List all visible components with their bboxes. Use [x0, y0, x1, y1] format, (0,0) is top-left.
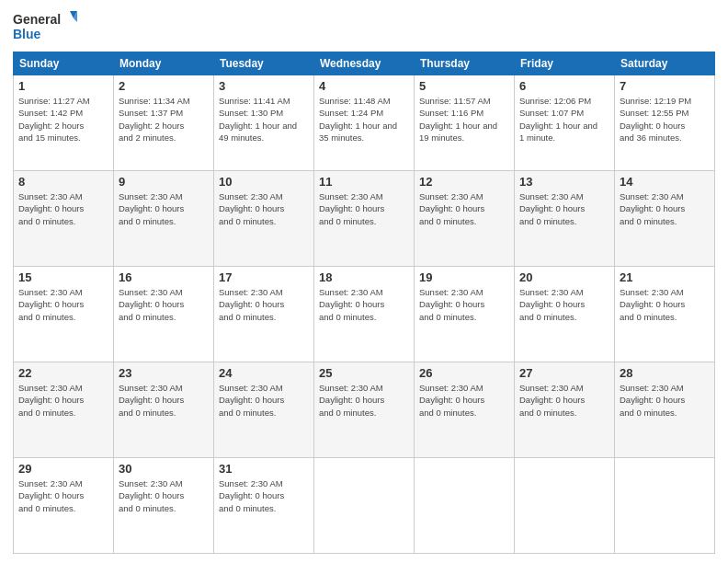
day-number: 18	[319, 270, 409, 284]
day-info: Sunset: 2:30 AMDaylight: 0 hoursand 0 mi…	[620, 382, 710, 419]
day-info: Sunset: 2:30 AMDaylight: 0 hoursand 0 mi…	[519, 286, 609, 323]
day-cell: 7Sunrise: 12:19 PMSunset: 12:55 PMDaylig…	[615, 75, 715, 171]
day-cell: 9Sunset: 2:30 AMDaylight: 0 hoursand 0 m…	[114, 171, 214, 267]
day-cell: 23Sunset: 2:30 AMDaylight: 0 hoursand 0 …	[114, 362, 214, 458]
col-tuesday: Tuesday	[214, 52, 314, 75]
day-info: Sunset: 2:30 AMDaylight: 0 hoursand 0 mi…	[219, 382, 309, 419]
day-number: 26	[419, 366, 509, 380]
day-cell: 12Sunset: 2:30 AMDaylight: 0 hoursand 0 …	[415, 171, 515, 267]
day-number: 4	[319, 79, 409, 93]
day-cell: 14Sunset: 2:30 AMDaylight: 0 hoursand 0 …	[615, 171, 715, 267]
col-wednesday: Wednesday	[314, 52, 415, 75]
day-number: 11	[319, 175, 409, 189]
day-cell: 5Sunrise: 11:57 AMSunset: 1:16 PMDayligh…	[415, 75, 515, 171]
day-info: Sunset: 2:30 AMDaylight: 0 hoursand 0 mi…	[119, 286, 209, 323]
day-info: Sunset: 2:30 AMDaylight: 0 hoursand 0 mi…	[119, 190, 209, 227]
day-number: 25	[319, 366, 409, 380]
day-cell: 10Sunset: 2:30 AMDaylight: 0 hoursand 0 …	[214, 171, 314, 267]
week-row-3: 15Sunset: 2:30 AMDaylight: 0 hoursand 0 …	[14, 267, 715, 362]
day-cell: 6Sunrise: 12:06 PMSunset: 1:07 PMDayligh…	[515, 75, 615, 171]
day-number: 17	[219, 270, 309, 284]
week-row-2: 8Sunset: 2:30 AMDaylight: 0 hoursand 0 m…	[14, 171, 715, 267]
day-number: 24	[219, 366, 309, 380]
day-number: 21	[620, 270, 710, 284]
day-cell: 18Sunset: 2:30 AMDaylight: 0 hoursand 0 …	[314, 267, 415, 362]
day-cell: 19Sunset: 2:30 AMDaylight: 0 hoursand 0 …	[415, 267, 515, 362]
logo-svg: General Blue	[13, 9, 77, 44]
day-info: Sunset: 2:30 AMDaylight: 0 hoursand 0 mi…	[119, 477, 209, 514]
day-info: Sunset: 2:30 AMDaylight: 0 hoursand 0 mi…	[419, 190, 509, 227]
day-info: Sunset: 2:30 AMDaylight: 0 hoursand 0 mi…	[419, 286, 509, 323]
day-number: 7	[620, 79, 710, 93]
day-info: Sunrise: 11:57 AMSunset: 1:16 PMDaylight…	[419, 95, 509, 144]
day-info: Sunset: 2:30 AMDaylight: 0 hoursand 0 mi…	[18, 190, 108, 227]
day-info: Sunset: 2:30 AMDaylight: 0 hoursand 0 mi…	[18, 382, 108, 419]
day-info: Sunset: 2:30 AMDaylight: 0 hoursand 0 mi…	[219, 286, 309, 323]
day-number: 13	[519, 175, 609, 189]
day-number: 8	[18, 175, 108, 189]
day-info: Sunset: 2:30 AMDaylight: 0 hoursand 0 mi…	[18, 477, 108, 514]
col-saturday: Saturday	[615, 52, 715, 75]
week-row-1: 1Sunrise: 11:27 AMSunset: 1:42 PMDayligh…	[14, 75, 715, 171]
day-number: 9	[119, 175, 209, 189]
week-row-4: 22Sunset: 2:30 AMDaylight: 0 hoursand 0 …	[14, 362, 715, 458]
day-cell: 16Sunset: 2:30 AMDaylight: 0 hoursand 0 …	[114, 267, 214, 362]
day-info: Sunset: 2:30 AMDaylight: 0 hoursand 0 mi…	[219, 190, 309, 227]
day-number: 2	[119, 79, 209, 93]
day-cell: 20Sunset: 2:30 AMDaylight: 0 hoursand 0 …	[515, 267, 615, 362]
day-number: 15	[18, 270, 108, 284]
day-number: 31	[219, 462, 309, 476]
day-number: 29	[18, 462, 108, 476]
day-cell: 17Sunset: 2:30 AMDaylight: 0 hoursand 0 …	[214, 267, 314, 362]
day-number: 1	[18, 79, 108, 93]
day-info: Sunset: 2:30 AMDaylight: 0 hoursand 0 mi…	[519, 382, 609, 419]
day-cell: 13Sunset: 2:30 AMDaylight: 0 hoursand 0 …	[515, 171, 615, 267]
day-info: Sunset: 2:30 AMDaylight: 0 hoursand 0 mi…	[319, 190, 409, 227]
day-cell	[615, 458, 715, 554]
day-cell: 4Sunrise: 11:48 AMSunset: 1:24 PMDayligh…	[314, 75, 415, 171]
day-info: Sunrise: 11:41 AMSunset: 1:30 PMDaylight…	[219, 95, 309, 144]
day-number: 14	[620, 175, 710, 189]
col-friday: Friday	[515, 52, 615, 75]
day-number: 5	[419, 79, 509, 93]
day-info: Sunrise: 11:48 AMSunset: 1:24 PMDaylight…	[319, 95, 409, 144]
day-cell	[515, 458, 615, 554]
day-info: Sunset: 2:30 AMDaylight: 0 hoursand 0 mi…	[18, 286, 108, 323]
day-cell: 26Sunset: 2:30 AMDaylight: 0 hoursand 0 …	[415, 362, 515, 458]
day-cell: 28Sunset: 2:30 AMDaylight: 0 hoursand 0 …	[615, 362, 715, 458]
day-info: Sunset: 2:30 AMDaylight: 0 hoursand 0 mi…	[119, 382, 209, 419]
day-info: Sunset: 2:30 AMDaylight: 0 hoursand 0 mi…	[319, 286, 409, 323]
page: General Blue Sunday Monday Tuesday Wedne…	[0, 0, 728, 563]
day-number: 22	[18, 366, 108, 380]
day-cell: 31Sunset: 2:30 AMDaylight: 0 hoursand 0 …	[214, 458, 314, 554]
day-number: 27	[519, 366, 609, 380]
day-cell: 15Sunset: 2:30 AMDaylight: 0 hoursand 0 …	[14, 267, 114, 362]
day-info: Sunrise: 11:34 AMSunset: 1:37 PMDaylight…	[119, 95, 209, 144]
logo: General Blue	[13, 9, 77, 44]
col-thursday: Thursday	[415, 52, 515, 75]
day-cell: 1Sunrise: 11:27 AMSunset: 1:42 PMDayligh…	[14, 75, 114, 171]
header: General Blue	[13, 9, 715, 44]
day-info: Sunrise: 12:06 PMSunset: 1:07 PMDaylight…	[519, 95, 609, 144]
day-info: Sunset: 2:30 AMDaylight: 0 hoursand 0 mi…	[620, 190, 710, 227]
day-info: Sunset: 2:30 AMDaylight: 0 hoursand 0 mi…	[620, 286, 710, 323]
day-info: Sunrise: 12:19 PMSunset: 12:55 PMDayligh…	[620, 95, 710, 144]
day-cell	[314, 458, 415, 554]
day-cell	[415, 458, 515, 554]
day-number: 10	[219, 175, 309, 189]
day-cell: 11Sunset: 2:30 AMDaylight: 0 hoursand 0 …	[314, 171, 415, 267]
day-cell: 3Sunrise: 11:41 AMSunset: 1:30 PMDayligh…	[214, 75, 314, 171]
day-info: Sunset: 2:30 AMDaylight: 0 hoursand 0 mi…	[419, 382, 509, 419]
day-info: Sunset: 2:30 AMDaylight: 0 hoursand 0 mi…	[519, 190, 609, 227]
day-cell: 27Sunset: 2:30 AMDaylight: 0 hoursand 0 …	[515, 362, 615, 458]
svg-text:Blue: Blue	[13, 27, 41, 41]
day-cell: 29Sunset: 2:30 AMDaylight: 0 hoursand 0 …	[14, 458, 114, 554]
day-number: 19	[419, 270, 509, 284]
week-row-5: 29Sunset: 2:30 AMDaylight: 0 hoursand 0 …	[14, 458, 715, 554]
day-number: 12	[419, 175, 509, 189]
svg-text:General: General	[13, 12, 61, 27]
day-cell: 25Sunset: 2:30 AMDaylight: 0 hoursand 0 …	[314, 362, 415, 458]
day-info: Sunset: 2:30 AMDaylight: 0 hoursand 0 mi…	[219, 477, 309, 514]
col-sunday: Sunday	[14, 52, 114, 75]
day-cell: 24Sunset: 2:30 AMDaylight: 0 hoursand 0 …	[214, 362, 314, 458]
